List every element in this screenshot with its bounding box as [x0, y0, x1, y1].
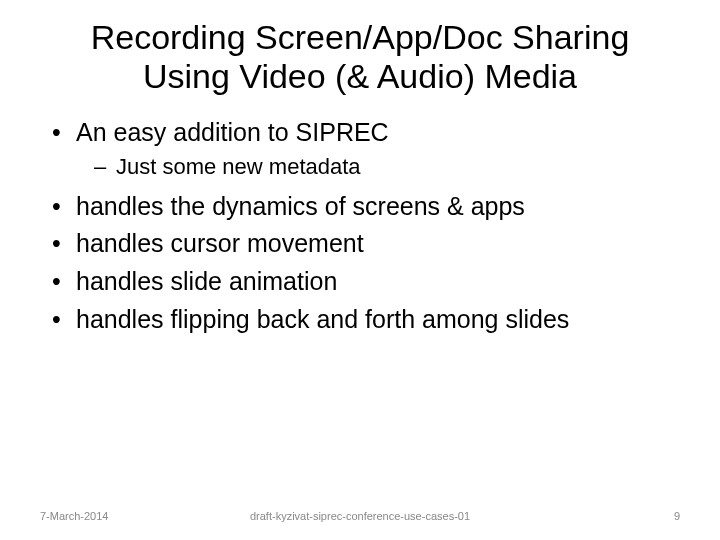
slide: Recording Screen/App/Doc Sharing Using V… [0, 0, 720, 540]
bullet-item: An easy addition to SIPREC Just some new… [48, 116, 672, 181]
sub-bullet-item: Just some new metadata [94, 152, 672, 182]
sub-bullet-text: Just some new metadata [116, 154, 361, 179]
bullet-text: handles the dynamics of screens & apps [76, 192, 525, 220]
bullet-text: handles slide animation [76, 267, 337, 295]
bullet-item: handles slide animation [48, 265, 672, 299]
footer-page-number: 9 [674, 510, 680, 522]
bullet-item: handles cursor movement [48, 227, 672, 261]
bullet-item: handles flipping back and forth among sl… [48, 303, 672, 337]
slide-footer: 7-March-2014 draft-kyzivat-siprec-confer… [0, 510, 720, 522]
title-line-2: Using Video (& Audio) Media [143, 57, 577, 95]
slide-content: An easy addition to SIPREC Just some new… [48, 116, 672, 336]
bullet-text: An easy addition to SIPREC [76, 118, 389, 146]
bullet-text: handles cursor movement [76, 229, 364, 257]
slide-title: Recording Screen/App/Doc Sharing Using V… [48, 18, 672, 96]
sub-bullet-list: Just some new metadata [76, 152, 672, 182]
footer-doc: draft-kyzivat-siprec-conference-use-case… [250, 510, 470, 522]
bullet-list: An easy addition to SIPREC Just some new… [48, 116, 672, 336]
title-line-1: Recording Screen/App/Doc Sharing [91, 18, 630, 56]
bullet-item: handles the dynamics of screens & apps [48, 190, 672, 224]
footer-date: 7-March-2014 [40, 510, 108, 522]
bullet-text: handles flipping back and forth among sl… [76, 305, 569, 333]
